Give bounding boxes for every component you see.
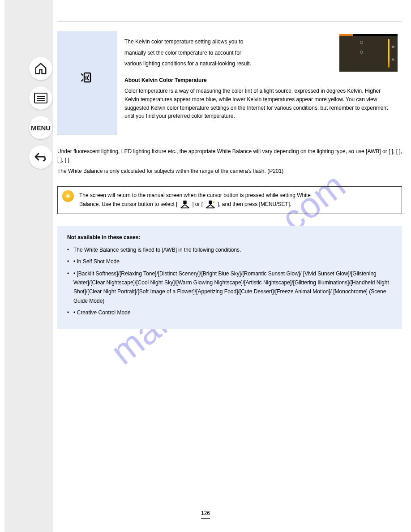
mode-icon: [80, 72, 95, 86]
mode-body: ✲ ✲ The Kelvin color temperature setting…: [117, 31, 402, 135]
svg-rect-8: [183, 200, 186, 203]
wb-set-icon-active: [206, 200, 215, 209]
nav-contents-button[interactable]: [29, 86, 52, 110]
mode-thumbnail: ✲ ✲: [339, 34, 398, 72]
sidebar: MENU: [4, 0, 53, 532]
tip-line: Balance. Use the cursor button to select…: [79, 200, 395, 209]
list-item: • In Self Shot Mode: [67, 257, 392, 266]
tip-line: The screen will return to the manual scr…: [79, 191, 395, 200]
page-number: 126: [201, 510, 210, 519]
wb-set-icon: [180, 200, 190, 209]
list-item: • [Backlit Softness]/[Relaxing Tone]/[Di…: [67, 269, 392, 306]
mode-row-custom-multi: [Custom Multi] ✲ ✲ The Kelvin color temp…: [57, 31, 402, 137]
tip-box: ✦ The screen will return to the manual s…: [57, 186, 402, 214]
lightbulb-icon: ✦: [62, 190, 74, 202]
svg-line-7: [87, 78, 89, 80]
back-icon: [34, 150, 47, 164]
list-item: • Creative Control Mode: [67, 308, 392, 317]
mode-icon-cell: [Custom Multi]: [57, 31, 117, 135]
menu-label: MENU: [31, 124, 51, 132]
nav-menu-button[interactable]: MENU: [29, 116, 52, 139]
divider: [57, 21, 402, 21]
svg-line-6: [87, 75, 89, 78]
svg-point-10: [213, 201, 214, 203]
contents-icon: [34, 91, 47, 105]
body-paragraph: Under fluorescent lighting, LED lighting…: [57, 147, 402, 164]
not-available-heading: Not available in these cases:: [67, 233, 392, 242]
body-paragraph: The White Balance is only calculated for…: [57, 167, 402, 176]
not-available-box: Not available in these cases: The White …: [57, 226, 402, 329]
mode-footnote-heading: About Kelvin Color Temperature: [124, 76, 395, 85]
not-available-list: The White Balance setting is fixed to [A…: [67, 245, 392, 317]
nav-back-button[interactable]: [29, 146, 52, 169]
svg-rect-9: [209, 200, 212, 203]
list-item: The White Balance setting is fixed to [A…: [67, 245, 392, 254]
home-icon: [34, 62, 47, 75]
nav-home-button[interactable]: [29, 57, 52, 80]
mode-footnote-body: Color temperature is a way of measuring …: [124, 87, 395, 120]
